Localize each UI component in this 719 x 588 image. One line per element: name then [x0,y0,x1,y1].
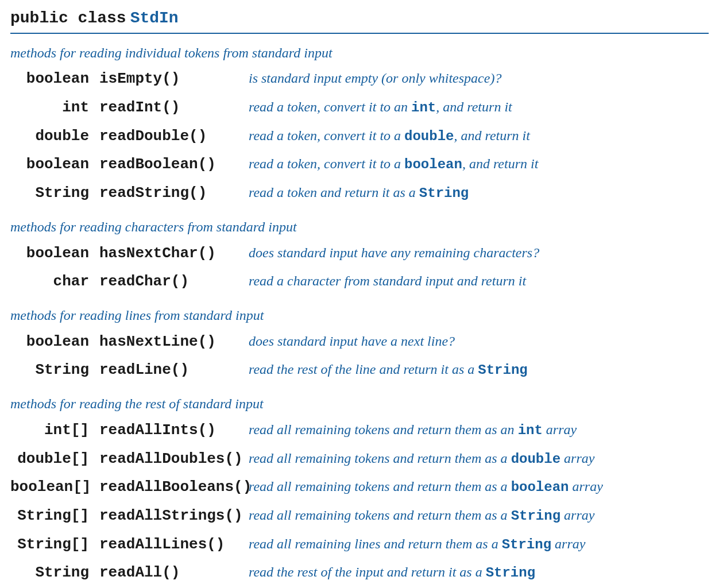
section-heading: methods for reading individual tokens fr… [10,34,709,65]
return-type: boolean[] [10,477,99,498]
method-description: read all remaining tokens and return the… [249,505,709,527]
method-signature: isEmpty() [99,68,249,90]
return-type: String [10,562,99,584]
method-row: doublereadDouble()read a token, convert … [10,122,709,151]
method-description: read a token, convert it to a boolean, a… [249,154,709,175]
method-row: String[]readAllStrings()read all remaini… [10,502,709,531]
method-row: StringreadLine()read the rest of the lin… [10,356,709,385]
method-description: read all remaining tokens and return the… [249,448,709,470]
section-heading: methods for reading lines from standard … [10,296,709,328]
return-type: int [10,97,99,119]
method-description: read a character from standard input and… [249,271,709,291]
method-signature: readDouble() [99,126,249,148]
method-row: booleanhasNextChar()does standard input … [10,239,709,268]
return-type: boolean [10,243,99,265]
section-heading: methods for reading characters from stan… [10,208,709,239]
method-signature: readString() [99,183,249,204]
method-signature: readChar() [99,271,249,293]
return-type: String [10,359,99,381]
method-description: read the rest of the input and return it… [249,562,709,583]
method-description: read the rest of the line and return it … [249,359,709,381]
return-type: String[] [10,505,99,527]
method-signature: readAllDoubles() [99,448,249,470]
return-type: boolean [10,154,99,176]
method-row: booleanreadBoolean()read a token, conver… [10,150,709,179]
method-description: read all remaining lines and return them… [249,534,709,555]
method-row: booleanhasNextLine()does standard input … [10,328,709,357]
method-description: does standard input have a next line? [249,331,709,351]
return-type: char [10,271,99,293]
method-row: StringreadString()read a token and retur… [10,179,709,208]
class-modifiers: public class [10,9,126,27]
return-type: double [10,126,99,148]
method-signature: readBoolean() [99,154,249,176]
method-row: booleanisEmpty()is standard input empty … [10,65,709,94]
class-name: StdIn [130,9,179,27]
method-signature: readInt() [99,97,249,119]
method-row: int[]readAllInts()read all remaining tok… [10,416,709,445]
method-description: read a token, convert it to an int, and … [249,97,709,118]
section-heading: methods for reading the rest of standard… [10,385,709,416]
method-description: read a token, convert it to a double, an… [249,126,709,147]
method-signature: hasNextChar() [99,243,249,265]
method-row: String[]readAllLines()read all remaining… [10,531,709,559]
method-signature: readAllBooleans() [99,477,249,498]
api-table: methods for reading individual tokens fr… [10,34,709,588]
method-signature: readAllStrings() [99,505,249,527]
return-type: boolean [10,331,99,353]
method-description: read a token and return it as a String [249,183,709,204]
class-header: public class StdIn [10,0,709,34]
return-type: boolean [10,68,99,90]
method-row: boolean[]readAllBooleans()read all remai… [10,473,709,502]
return-type: int[] [10,420,99,442]
method-description: does standard input have any remaining c… [249,243,709,263]
method-signature: readAllInts() [99,420,249,442]
return-type: double[] [10,448,99,470]
method-signature: readLine() [99,359,249,381]
method-signature: hasNextLine() [99,331,249,353]
return-type: String[] [10,534,99,556]
method-description: read all remaining tokens and return the… [249,477,709,498]
method-description: read all remaining tokens and return the… [249,420,709,441]
method-row: intreadInt()read a token, convert it to … [10,94,709,122]
method-description: is standard input empty (or only whitesp… [249,68,709,88]
method-row: charreadChar()read a character from stan… [10,268,709,296]
method-signature: readAll() [99,562,249,584]
return-type: String [10,183,99,204]
method-row: double[]readAllDoubles()read all remaini… [10,445,709,474]
method-signature: readAllLines() [99,534,249,556]
method-row: StringreadAll()read the rest of the inpu… [10,559,709,587]
